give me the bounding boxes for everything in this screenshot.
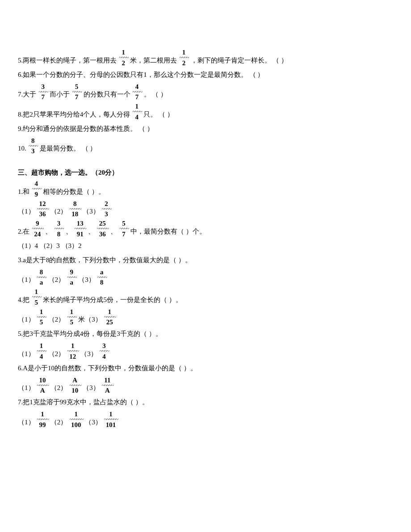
s1-text-2: 相等的分数是（ ）。 [43, 186, 105, 198]
fraction: 5 ~~~~ 7 [71, 84, 82, 101]
fraction: 9 ~~~~ a [66, 269, 77, 286]
q8-text-2: 只。 （ ） [143, 109, 174, 121]
s3-q1: 1.和 4 ~~~~ 9 相等的分数是（ ）。 [18, 180, 393, 198]
s3-q3-options: （1） 8 ~~~~ a （2） 9 ~~~~ a （3） a ~~~~ 8 [18, 269, 393, 286]
frac-den: 5 [40, 318, 43, 326]
frac-den: a [70, 279, 73, 286]
frac-den: 101 [106, 421, 116, 428]
opt-label-1: （1） [18, 382, 35, 394]
fraction: 1 ~~~~~ 99 [36, 411, 50, 428]
question-10: 10. 8 ~~~~ 3 是最简分数。 （ ） [18, 138, 393, 155]
fraction: 1 ~~~~ 2 [117, 49, 129, 67]
frac-den: 8 [57, 230, 61, 238]
opt-label-3: （3） [80, 348, 97, 360]
s6-q: 6.A是小于10的自然数，下列分数中，分数值最小的是（ ）。 [18, 363, 197, 374]
fraction: 8 ~~~~ a [36, 269, 47, 286]
fraction: 13 ~~~~~ 91 [73, 220, 87, 238]
q7-text-4: 。 （ ） [144, 89, 168, 101]
frac-den: 4 [40, 353, 43, 360]
fraction: 8 ~~~~~ 18 [68, 201, 82, 218]
q9-text: 9.约分和通分的依据是分数的基本性质。 （ ） [18, 123, 154, 135]
section-3-title: 三、超市购物，选一选。（20分） [18, 167, 393, 178]
frac-den: A [105, 387, 110, 394]
s3-q2-options: （1）4 （2）3 （3）2 [18, 240, 393, 252]
fraction: a ~~~~ 8 [96, 269, 108, 286]
opt-label-2: （2） [50, 206, 67, 218]
q6-text: 6.如果一个分数的分子、分母的公因数只有1，那么这个分数一定是最简分数。 （ ） [18, 69, 264, 81]
q5-text-2: 米，第二根用去 [130, 55, 177, 67]
frac-den: 9 [35, 191, 38, 198]
frac-den: 3 [31, 147, 35, 155]
opt-label-2: （2） [48, 274, 65, 286]
frac-den: 7 [122, 230, 126, 238]
s2-text-1: 2.在 [18, 226, 29, 238]
fraction: 11 ~~~~~ A [101, 377, 114, 394]
fraction: 10 ~~~~~ A [36, 377, 50, 394]
frac-den: 91 [77, 230, 84, 238]
opt-label-1: （1） [18, 274, 35, 286]
sep: 、 [88, 226, 95, 238]
frac-den: 100 [71, 421, 81, 428]
question-6: 6.如果一个分数的分子、分母的公因数只有1，那么这个分数一定是最简分数。 （ ） [18, 69, 393, 81]
s3-q4-options: （1） 1 ~~~~ 5 （2） 1 ~~~~ 5 米 （3） 1 ~~~~~ … [18, 309, 393, 326]
s3-q5-options: （1） 1 ~~~~ 4 （2） 1 ~~~~~ 12 （3） 3 ~~~~ 4 [18, 343, 393, 360]
frac-den: 99 [39, 421, 46, 428]
frac-den: 5 [35, 299, 38, 306]
fraction: 8 ~~~~ 3 [27, 138, 39, 155]
s3-q: 3.a是大于8的自然数，下列分数中，分数值最大的是（ ）。 [18, 255, 192, 266]
fraction: 1 ~~~~~~ 100 [68, 411, 84, 428]
opt-label-1: （1） [18, 417, 35, 428]
fraction: 3 ~~~~ 8 [53, 220, 64, 238]
opt-label-3: （3） [83, 382, 100, 394]
opt-label-2: （2） [48, 314, 65, 326]
q7-text-3: 的分数只有一个 [84, 89, 130, 101]
q10-text-2: 是最简分数。 （ ） [40, 143, 97, 155]
frac-den: 12 [69, 353, 76, 360]
fraction: 2 ~~~~ 3 [101, 201, 112, 218]
frac-den: 36 [39, 210, 46, 218]
fraction: 9 ~~~~~ 24 [30, 220, 44, 238]
fraction: 4 ~~~~ 7 [131, 84, 143, 101]
s2-text-2: 中，最简分数有（ ）个。 [130, 226, 206, 238]
fraction: 12 ~~~~~ 36 [36, 201, 50, 218]
frac-den: 8 [100, 279, 104, 286]
frac-den: 7 [75, 93, 79, 101]
frac-den: 7 [135, 93, 139, 101]
opt-label-2: （2） [48, 348, 65, 360]
frac-den: 7 [42, 93, 45, 101]
s4-text-2: 米长的绳子平均分成5份，一份是全长的（ ）。 [43, 294, 182, 306]
opt-label-3: （3） [85, 314, 102, 326]
s4-text-1: 4.把 [18, 294, 29, 306]
fraction: 1 ~~~~ 4 [131, 103, 143, 121]
s3-q6-options: （1） 10 ~~~~~ A （2） A ~~~~~ 10 （3） 11 ~~~… [18, 377, 393, 394]
s2-opts: （1）4 （2）3 （3）2 [18, 240, 82, 252]
s3-q6: 6.A是小于10的自然数，下列分数中，分数值最小的是（ ）。 [18, 363, 393, 374]
frac-den: A [40, 387, 45, 394]
s3-q7: 7.把1克盐溶于99克水中，盐占盐水的（ ）。 [18, 397, 393, 408]
frac-den: 4 [102, 353, 106, 360]
fraction: 1 ~~~~ 5 [30, 289, 42, 306]
fraction: 1 ~~~~~ 12 [66, 343, 80, 360]
sep: 、 [45, 226, 52, 238]
fraction: 5 ~~~~ 7 [118, 220, 130, 238]
frac-den: 18 [71, 210, 78, 218]
frac-den: 10 [71, 387, 78, 394]
fraction: 3 ~~~~ 7 [37, 84, 49, 101]
s3-q7-options: （1） 1 ~~~~~ 99 （2） 1 ~~~~~~ 100 （3） 1 ~~… [18, 411, 393, 428]
q10-text-1: 10. [18, 143, 26, 155]
q8-text-1: 8.把2只苹果平均分给4个人，每人分得 [18, 109, 130, 121]
s3-q2: 2.在 9 ~~~~~ 24 、 3 ~~~~ 8 、 13 ~~~~~ 91 … [18, 220, 393, 238]
fraction: A ~~~~~ 10 [68, 377, 82, 394]
frac-den: 2 [122, 59, 126, 67]
opt-2-tail: 米 [78, 314, 85, 326]
opt-label-2: （2） [50, 417, 67, 428]
question-5: 5.两根一样长的绳子，第一根用去 1 ~~~~ 2 米，第二根用去 1 ~~~~… [18, 49, 393, 67]
worksheet-page: 5.两根一样长的绳子，第一根用去 1 ~~~~ 2 米，第二根用去 1 ~~~~… [0, 0, 411, 532]
opt-label-3: （3） [83, 206, 100, 218]
question-9: 9.约分和通分的依据是分数的基本性质。 （ ） [18, 123, 393, 135]
opt-label-1: （1） [18, 348, 35, 360]
fraction: 1 ~~~~ 5 [36, 309, 47, 326]
fraction: 3 ~~~~ 4 [98, 343, 110, 360]
s3-q3: 3.a是大于8的自然数，下列分数中，分数值最大的是（ ）。 [18, 255, 393, 266]
opt-label-2: （2） [50, 382, 67, 394]
